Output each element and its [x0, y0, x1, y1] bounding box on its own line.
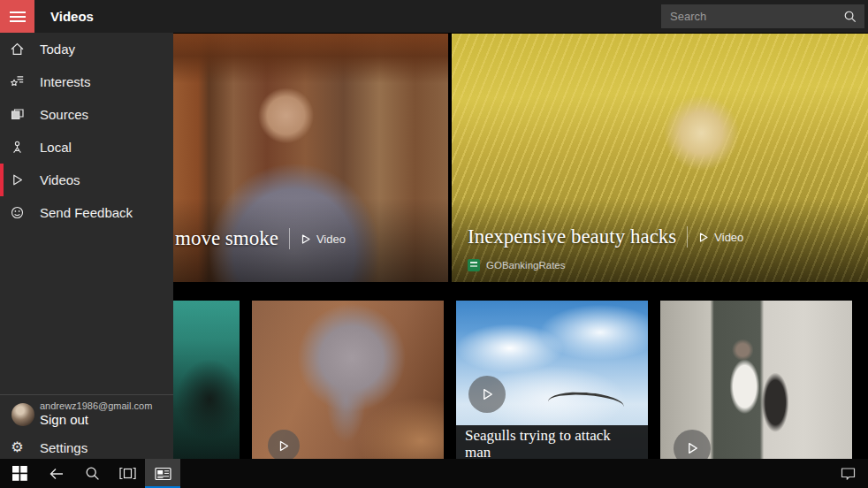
video-title: Inexpensive beauty hacks: [468, 225, 676, 248]
tile-meta: move smoke Video: [175, 227, 346, 250]
start-button[interactable]: [0, 459, 39, 488]
sidebar-item-interests[interactable]: Interests: [0, 65, 173, 98]
title-bar: Videos: [0, 0, 868, 33]
play-outline-icon: [698, 232, 709, 243]
taskbar-spacer: [180, 459, 831, 488]
video-type-label: Video: [316, 233, 346, 246]
taskbar-search-button[interactable]: [74, 459, 110, 488]
sidebar-item-label: Videos: [34, 172, 80, 187]
sidebar-item-today[interactable]: Today: [0, 33, 173, 65]
account-email: andrewz1986@gmail.com: [40, 400, 152, 411]
sidebar-item-label: Today: [34, 42, 75, 57]
play-button[interactable]: [674, 430, 711, 460]
windows-taskbar: [0, 459, 868, 488]
sidebar-item-label: Send Feedback: [34, 205, 133, 220]
video-type-label: Video: [714, 231, 743, 244]
settings-label: Settings: [34, 440, 88, 455]
back-button[interactable]: [39, 459, 74, 488]
sidebar-item-send-feedback[interactable]: Send Feedback: [0, 196, 173, 229]
featured-video-tile-1[interactable]: move smoke Video: [173, 34, 448, 282]
video-source-row: GOBankingRates: [468, 259, 566, 271]
action-center-icon: [841, 467, 856, 481]
sidebar-item-label: Local: [34, 140, 72, 155]
play-button[interactable]: [268, 430, 300, 460]
task-view-icon: [119, 467, 136, 480]
video-type-row: Video: [301, 233, 346, 246]
gear-icon: ⚙: [0, 440, 34, 454]
video-thumbnail-shark[interactable]: [173, 301, 240, 460]
sources-icon: [0, 107, 34, 122]
app-window: move smoke Video Inexpensive beauty hack…: [0, 0, 868, 488]
interests-icon: [0, 74, 34, 89]
feedback-smiley-icon: [0, 205, 34, 220]
windows-logo-icon: [12, 466, 27, 481]
sidebar-item-sources[interactable]: Sources: [0, 98, 173, 131]
sidebar-item-settings[interactable]: ⚙ Settings: [0, 433, 173, 461]
video-thumbnail-seagull[interactable]: Seagulls trying to attack man: [456, 301, 648, 460]
news-app-icon: [155, 467, 171, 481]
sidebar-divider: [0, 394, 173, 395]
search-box[interactable]: [661, 4, 864, 28]
video-thumbnail-elephant[interactable]: [252, 301, 444, 460]
action-center-button[interactable]: [831, 459, 864, 488]
home-icon: [0, 42, 34, 57]
video-title: move smoke: [175, 227, 278, 250]
video-type-row: Video: [698, 231, 743, 244]
page-title: Videos: [50, 0, 94, 33]
hamburger-menu-button[interactable]: [0, 0, 34, 33]
play-outline-icon: [301, 233, 311, 245]
sidebar-item-videos[interactable]: Videos: [0, 164, 173, 196]
videos-content-area: move smoke Video Inexpensive beauty hack…: [173, 33, 868, 459]
local-icon: [0, 140, 34, 155]
tile-meta: Inexpensive beauty hacks Video: [468, 225, 743, 248]
search-icon: [85, 466, 100, 481]
user-avatar: [11, 403, 34, 426]
seagull-silhouette: [547, 390, 625, 418]
navigation-pane: Today Interests Sources Local: [0, 33, 173, 459]
search-icon[interactable]: [843, 10, 857, 23]
back-arrow-icon: [49, 467, 65, 481]
account-button[interactable]: andrewz1986@gmail.com Sign out: [0, 398, 173, 435]
video-caption: Seagulls trying to attack man: [456, 425, 648, 460]
sign-out-button[interactable]: Sign out: [40, 412, 88, 427]
separator: [687, 226, 688, 248]
video-thumbnail-men[interactable]: [660, 301, 852, 460]
search-input[interactable]: [661, 4, 843, 28]
selection-indicator: [0, 164, 4, 196]
video-source-name: GOBankingRates: [486, 260, 566, 271]
separator: [289, 228, 290, 249]
task-view-button[interactable]: [110, 459, 145, 488]
featured-video-tile-2[interactable]: Inexpensive beauty hacks Video GOBanking…: [452, 34, 868, 282]
sidebar-item-label: Sources: [34, 107, 88, 122]
play-icon: [0, 172, 34, 187]
taskbar-news-app-button[interactable]: [145, 459, 180, 488]
gobankingrates-logo-icon: [468, 259, 480, 271]
play-button[interactable]: [468, 376, 506, 413]
sidebar-item-label: Interests: [34, 74, 91, 89]
sidebar-item-local[interactable]: Local: [0, 131, 173, 164]
